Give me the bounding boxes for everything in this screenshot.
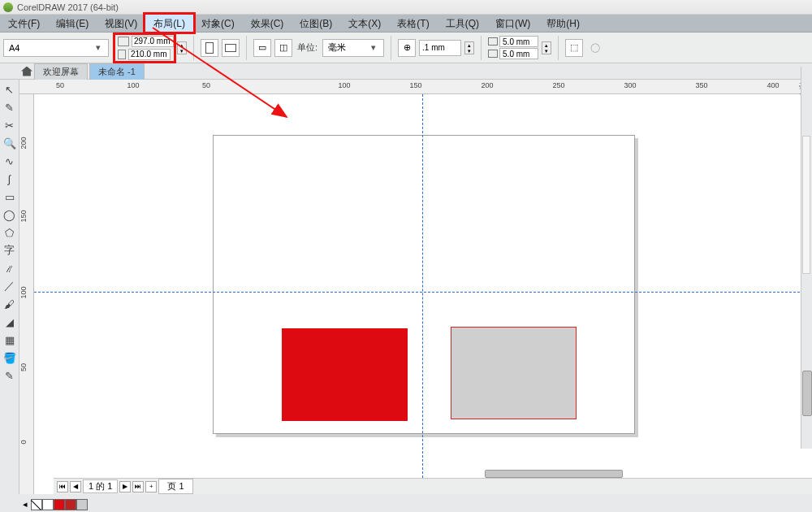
chevron-down-icon: ▾ <box>93 42 103 53</box>
scrollbar-vertical-thumb[interactable] <box>802 371 812 416</box>
dup-spinner[interactable]: ▴▾ <box>542 41 551 54</box>
pages-button-1[interactable]: ▭ <box>253 39 271 57</box>
page-navigator: ⏮ ◀ 1 的 1 ▶ ⏭ + 页 1 <box>54 478 812 494</box>
menu-文件[interactable]: 文件(F) <box>0 15 48 32</box>
page-preset-select[interactable]: A4 ▾ <box>3 39 109 57</box>
tool-polygon[interactable]: ⬠ <box>2 224 18 241</box>
nav-first[interactable]: ⏮ <box>57 481 68 492</box>
tool-eyedrop[interactable]: ✎ <box>2 367 18 384</box>
nav-last[interactable]: ⏭ <box>132 481 144 492</box>
tab-welcome[interactable]: 欢迎屏幕 <box>34 63 88 80</box>
ruler-tick: 150 <box>409 81 421 89</box>
horizontal-ruler[interactable]: 5010050100150200250300350400毫米 <box>19 80 812 94</box>
tool-text[interactable]: 字 <box>2 242 18 258</box>
duplicate-offset <box>488 36 538 59</box>
ruler-tick: 100 <box>127 81 139 89</box>
add-page[interactable]: + <box>145 481 157 492</box>
object-gray-rectangle[interactable] <box>451 327 577 419</box>
dup-x-input[interactable] <box>499 36 538 47</box>
titlebar: CorelDRAW 2017 (64-bit) <box>0 0 812 15</box>
ruler-tick: 350 <box>695 81 707 89</box>
app-title: CorelDRAW 2017 (64-bit) <box>17 2 119 12</box>
ruler-tick: 200 <box>481 81 493 89</box>
menu-位图[interactable]: 位图(B) <box>292 15 340 32</box>
dup-y-icon <box>488 50 498 58</box>
ruler-tick: 400 <box>767 81 779 89</box>
canvas[interactable]: ⏮ ◀ 1 的 1 ▶ ⏭ + 页 1 <box>34 94 812 494</box>
bounding-box-button[interactable]: ⬚ <box>565 39 583 57</box>
chevron-down-icon: ▾ <box>369 42 378 53</box>
guide-horizontal[interactable] <box>34 292 812 293</box>
portrait-button[interactable] <box>201 39 218 57</box>
options-button[interactable]: ◯ <box>586 39 604 57</box>
nudge-spinner[interactable]: ▴▾ <box>464 41 474 54</box>
menu-视图[interactable]: 视图(V) <box>97 15 145 32</box>
tool-pick[interactable]: ↖ <box>2 81 18 98</box>
home-icon[interactable] <box>21 67 32 76</box>
right-panel <box>801 67 812 449</box>
menu-窗口[interactable]: 窗口(W) <box>487 15 538 32</box>
ruler-tick: 300 <box>624 81 636 89</box>
guide-vertical[interactable] <box>422 94 423 494</box>
tool-brush[interactable]: 🖌 <box>2 296 18 312</box>
tab-document[interactable]: 未命名 -1 <box>89 63 145 80</box>
tool-parallel[interactable]: ⫽ <box>2 260 18 276</box>
unit-select[interactable]: 毫米 ▾ <box>322 39 384 57</box>
tool-freehand[interactable]: ∿ <box>2 153 18 169</box>
nav-next[interactable]: ▶ <box>119 481 131 492</box>
toolbox: ↖✎✂🔍∿∫▭◯⬠字⫽／🖌◢▦🪣✎ <box>0 80 19 494</box>
separator <box>558 36 559 60</box>
menu-编辑[interactable]: 编辑(E) <box>48 15 97 32</box>
page-preset-value: A4 <box>9 43 19 53</box>
tool-smart[interactable]: ∫ <box>2 171 18 187</box>
separator <box>193 36 194 60</box>
tool-drop[interactable]: ◢ <box>2 314 18 330</box>
tool-ellipse[interactable]: ◯ <box>2 206 18 223</box>
menu-效果[interactable]: 效果(C) <box>243 15 292 32</box>
menubar: 文件(F)编辑(E)视图(V)布局(L)对象(C)效果(C)位图(B)文本(X)… <box>0 15 812 33</box>
nudge-icon: ⊕ <box>398 39 416 57</box>
page-width-input[interactable] <box>132 36 174 47</box>
ruler-tick: 100 <box>19 286 28 298</box>
docker-placeholder[interactable] <box>802 136 810 274</box>
object-red-rectangle[interactable] <box>282 328 408 421</box>
dup-y-input[interactable] <box>499 48 538 59</box>
tool-zoom[interactable]: 🔍 <box>2 135 18 151</box>
separator <box>391 36 391 60</box>
workspace: ↖✎✂🔍∿∫▭◯⬠字⫽／🖌◢▦🪣✎ 5010050100150200250300… <box>0 80 812 494</box>
separator <box>481 36 482 60</box>
tool-pattern[interactable]: ▦ <box>2 332 18 348</box>
ruler-tick: 150 <box>19 210 28 222</box>
dim-spinner[interactable]: ▴▾ <box>177 41 187 54</box>
tool-paint[interactable]: 🪣 <box>2 349 18 366</box>
page-tab[interactable]: 页 1 <box>158 479 192 494</box>
nav-prev[interactable]: ◀ <box>70 481 81 492</box>
ruler-tick: 250 <box>552 81 564 89</box>
menu-对象[interactable]: 对象(C) <box>193 15 243 32</box>
ruler-tick: 0 <box>19 440 28 444</box>
nudge-input[interactable] <box>419 40 461 56</box>
property-bar: A4 ▾ ▴▾ ▭ ◫ 单位: 毫米 ▾ ⊕ ▴▾ ▴▾ ⬚ ◯ <box>0 33 812 63</box>
page-counter: 1 的 1 <box>83 479 118 493</box>
unit-label: 单位: <box>296 41 319 54</box>
menu-工具[interactable]: 工具(Q) <box>438 15 487 32</box>
ruler-tick: 100 <box>338 81 350 89</box>
separator <box>246 36 247 60</box>
scrollbar-horizontal-thumb[interactable] <box>485 470 623 478</box>
menu-表格[interactable]: 表格(T) <box>389 15 437 32</box>
pages-button-2[interactable]: ◫ <box>274 39 292 57</box>
ruler-tick: 50 <box>202 81 210 89</box>
tool-crop[interactable]: ✂ <box>2 117 18 133</box>
tool-shape[interactable]: ✎ <box>2 99 18 115</box>
ruler-tick: 50 <box>19 363 28 371</box>
menu-帮助[interactable]: 帮助(H) <box>538 15 588 32</box>
tool-rect[interactable]: ▭ <box>2 189 18 205</box>
vertical-ruler[interactable]: 200150100500 <box>19 94 34 494</box>
page-height-input[interactable] <box>128 49 171 60</box>
menu-布局[interactable]: 布局(L) <box>145 15 193 32</box>
tool-line[interactable]: ／ <box>2 278 18 294</box>
menu-文本[interactable]: 文本(X) <box>340 15 389 32</box>
portrait-dim-icon <box>118 50 126 59</box>
landscape-button[interactable] <box>222 39 240 57</box>
app-icon <box>3 2 13 12</box>
